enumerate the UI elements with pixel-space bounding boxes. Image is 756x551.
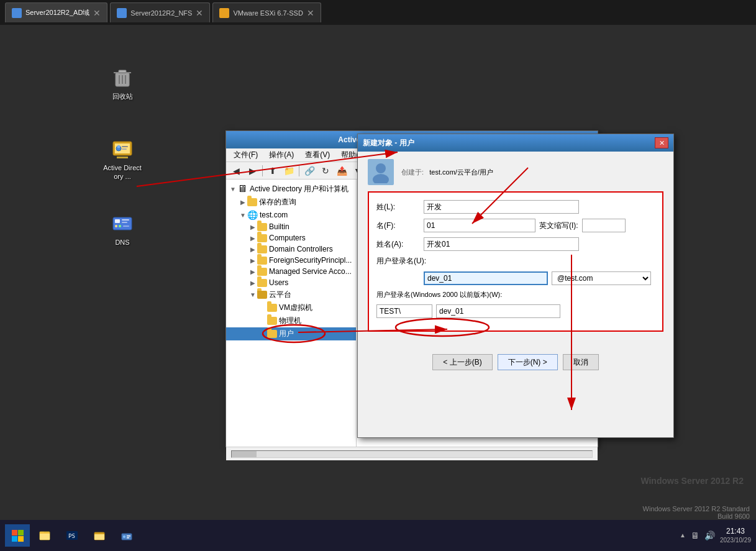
svg-rect-29 (12, 530, 17, 535)
tree-node-computers[interactable]: ▶ Computers (226, 232, 356, 244)
desktop-icon-ad[interactable]: Active Directory ... (101, 134, 144, 184)
tab-label-nfs: Server2012R2_NFS (130, 9, 192, 17)
recycle-icon (110, 65, 135, 89)
desktop-icon-dns[interactable]: DNS (101, 208, 144, 249)
desktop-icon-recycle[interactable]: 回收站 (101, 62, 144, 103)
menu-action[interactable]: 操作(A) (264, 148, 299, 162)
menu-view[interactable]: 查看(V) (300, 148, 335, 162)
tree-node-dc[interactable]: ▶ Domain Controllers (226, 244, 356, 255)
menu-file[interactable]: 文件(F) (229, 148, 263, 162)
dialog-content: 创建于: test.com/云平台/用户 姓(L): 名(F): 英文缩写(I)… (358, 152, 673, 339)
toolbar-sep-2 (299, 165, 299, 176)
next-button[interactable]: 下一步(N) > (498, 354, 558, 370)
legacy-prefix-input[interactable] (376, 304, 432, 318)
form-row-lastname: 姓(L): (376, 200, 655, 214)
dialog-close-button[interactable]: ✕ (655, 137, 668, 148)
fullname-input[interactable] (424, 237, 579, 251)
tab-close-vmware[interactable]: ✕ (307, 9, 314, 17)
tree-node-usersfolder[interactable]: 用户 (226, 327, 356, 340)
form-row-firstname: 名(F): 英文缩写(I): (376, 219, 655, 232)
tab-close-ad[interactable]: ✕ (93, 9, 101, 17)
folder-icon-builtin (257, 223, 267, 231)
tree-node-root[interactable]: ▼ 🖥 Active Directory 用户和计算机 (226, 182, 356, 196)
dialog-header-row: 创建于: test.com/云平台/用户 (368, 159, 663, 185)
tree-node-foreign[interactable]: ▶ ForeignSecurityPrincipl... (226, 255, 356, 266)
tree-label-testcom: test.com (260, 211, 288, 219)
svg-rect-35 (40, 532, 44, 534)
start-button[interactable] (5, 524, 30, 547)
tree-expand-saved: ▶ (239, 199, 247, 206)
taskbar-bottom: PS ▲ 🖥 🔊 21:43 2023/10/29 (0, 520, 756, 551)
toolbar-connect[interactable]: 🔗 (302, 164, 317, 178)
ad-icon (110, 136, 135, 161)
toolbar-back[interactable]: ◀ (229, 164, 244, 178)
tree-node-builtin[interactable]: ▶ Builtin (226, 221, 356, 232)
folder-icon-vm (267, 304, 277, 312)
abbrev-input[interactable] (582, 219, 626, 232)
svg-point-9 (117, 145, 121, 148)
tree-panel[interactable]: ▼ 🖥 Active Directory 用户和计算机 ▶ 保存的查询 ▼ 🌐 … (226, 180, 357, 447)
svg-rect-10 (122, 146, 128, 147)
taskbar-explorer[interactable] (32, 523, 57, 548)
lastname-input[interactable] (424, 200, 579, 214)
os-watermark: Windows Server 2012 R2 (640, 476, 744, 486)
tree-node-physical[interactable]: 物理机 (226, 314, 356, 327)
username-input[interactable] (424, 271, 548, 285)
folder-icon-usersfolder (267, 330, 277, 338)
tab-ad-server[interactable]: Server2012R2_AD域 ✕ (5, 2, 107, 22)
taskbar-filemanager[interactable] (87, 523, 112, 548)
svg-rect-43 (127, 537, 129, 539)
firstname-input[interactable] (424, 219, 535, 232)
tray-up-icon[interactable]: ▲ (680, 532, 686, 539)
tree-node-vm[interactable]: VM虚拟机 (226, 301, 356, 314)
tree-node-managed[interactable]: ▶ Managed Service Acco... (226, 266, 356, 277)
tree-node-testcom[interactable]: ▼ 🌐 test.com (226, 209, 356, 221)
dns-icon (110, 211, 135, 235)
tree-expand-root: ▼ (229, 186, 237, 193)
taskbar-network[interactable] (114, 523, 139, 548)
cancel-button[interactable]: 取消 (563, 354, 599, 370)
dialog-create-info: 创建于: test.com/云平台/用户 (401, 168, 493, 177)
folder-icon-computers (257, 234, 267, 242)
tab-vmware[interactable]: VMware ESXi 6.7-SSD ✕ (212, 2, 321, 22)
tab-nfs-server[interactable]: Server2012R2_NFS ✕ (110, 2, 210, 22)
domain-select[interactable]: @test.com (552, 271, 651, 285)
toolbar-up[interactable]: ⬆ (265, 164, 280, 178)
legacy-label: 用户登录名(Windows 2000 以前版本)(W): (376, 290, 502, 299)
toolbar-forward[interactable]: ▶ (245, 164, 260, 178)
legacy-username-input[interactable] (436, 304, 560, 318)
dns-label: DNS (115, 238, 129, 247)
svg-rect-16 (122, 222, 127, 223)
dialog-title: 新建对象 - 用户 (363, 138, 655, 148)
back-button[interactable]: < 上一步(B) (432, 354, 492, 370)
toolbar-export[interactable]: 📤 (334, 164, 349, 178)
taskbar-powershell[interactable]: PS (60, 523, 84, 548)
folder-icon-saved (247, 198, 257, 206)
form-bordered: 姓(L): 名(F): 英文缩写(I): 姓名(A): 用户登录名(U (368, 191, 663, 332)
form-row-fullname: 姓名(A): (376, 237, 655, 251)
tree-label-root: Active Directory 用户和计算机 (250, 184, 348, 194)
tab-label-vmware: VMware ESXi 6.7-SSD (233, 9, 303, 17)
toolbar-browse[interactable]: 📁 (281, 164, 296, 178)
svg-point-17 (115, 225, 117, 227)
svg-rect-39 (94, 534, 104, 540)
tab-label-ad: Server2012R2_AD域 (25, 8, 89, 17)
dialog-titlebar[interactable]: 新建对象 - 用户 ✕ (358, 134, 673, 152)
svg-rect-11 (122, 148, 127, 150)
tree-expand-managed: ▶ (248, 268, 257, 275)
tree-node-saved[interactable]: ▶ 保存的查询 (226, 196, 356, 209)
system-tray: ▲ 🖥 🔊 21:43 2023/10/29 (680, 526, 751, 545)
tree-node-users[interactable]: ▶ Users (226, 277, 356, 288)
svg-rect-15 (122, 219, 129, 221)
svg-rect-30 (18, 530, 24, 535)
toolbar-refresh[interactable]: ↻ (318, 164, 333, 178)
tree-label-usersfolder: 用户 (279, 329, 294, 339)
folder-icon-physical (267, 317, 277, 325)
tree-node-cloud[interactable]: ▼ 云平台 (226, 288, 356, 301)
svg-rect-31 (12, 536, 17, 542)
tab-close-nfs[interactable]: ✕ (196, 9, 203, 17)
tree-expand-dc: ▶ (248, 246, 257, 253)
tray-clock: 21:43 2023/10/29 (720, 526, 751, 545)
tree-label-users: Users (269, 278, 288, 287)
tree-label-physical: 物理机 (279, 316, 301, 326)
